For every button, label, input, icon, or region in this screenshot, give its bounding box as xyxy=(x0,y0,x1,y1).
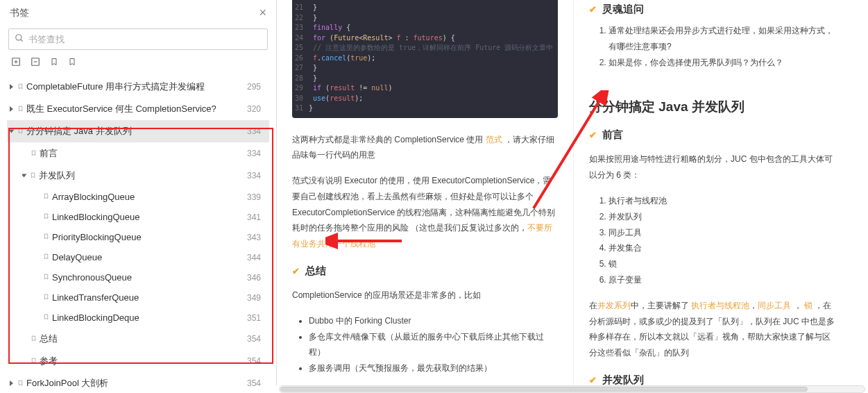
caret-icon[interactable] xyxy=(22,174,27,178)
caret-icon[interactable] xyxy=(10,84,13,90)
svg-point-0 xyxy=(16,35,22,40)
page-number: 354 xyxy=(247,356,266,366)
scrollbar-thumb[interactable] xyxy=(280,387,808,392)
page-number: 320 xyxy=(247,104,266,114)
bookmark-glyph-icon xyxy=(31,149,37,158)
paragraph: 这两种方式都是非常经典的 CompletionService 使用 范式 ，请大… xyxy=(292,132,558,164)
bookmark-item[interactable]: LinkedBlockingDeque351 xyxy=(7,308,269,328)
bookmark-glyph-icon xyxy=(17,83,24,92)
list-item: 锁 xyxy=(609,256,837,272)
bookmark-glyph-icon xyxy=(31,335,37,344)
sidebar-toolbar xyxy=(7,56,269,76)
bookmarks-sidebar: 书签 × CompletableFuture 用串行方式搞定并发编程295既生 … xyxy=(0,0,277,385)
caret-icon[interactable] xyxy=(10,106,13,112)
page-number: 354 xyxy=(247,334,266,344)
horizontal-scrollbar[interactable] xyxy=(279,385,865,393)
search-icon xyxy=(15,33,24,45)
bookmark-label: 既生 ExecutorService 何生 CompletionService? xyxy=(26,103,216,115)
close-icon[interactable]: × xyxy=(259,6,266,20)
list-item: 同步工具 xyxy=(609,225,837,241)
caret-icon[interactable] xyxy=(10,130,15,133)
collapse-all-icon[interactable] xyxy=(31,57,40,69)
bookmark-icon[interactable] xyxy=(50,57,58,69)
caret-icon[interactable] xyxy=(10,381,13,386)
bookmark-glyph-icon xyxy=(30,172,36,181)
bullet-list: Dubbo 中的 Forking Cluster多仓库文件/镜像下载（从最近的服… xyxy=(292,313,558,376)
bookmark-label: ArrayBlockingQueue xyxy=(52,192,135,202)
bookmark-item[interactable]: 既生 ExecutorService 何生 CompletionService?… xyxy=(7,98,269,120)
section-heading: ✔灵魂追问 xyxy=(589,3,837,16)
search-box[interactable] xyxy=(8,28,268,50)
bookmark-item[interactable]: 总结354 xyxy=(7,328,269,350)
expand-all-icon[interactable] xyxy=(11,57,21,69)
bookmark-glyph-icon xyxy=(43,293,49,302)
bookmark-label: LinkedTransferQueue xyxy=(52,292,139,303)
section-heading: ✔前言 xyxy=(589,128,837,142)
bookmark-label: PriorityBlockingQueue xyxy=(52,232,142,242)
svg-line-1 xyxy=(21,40,23,42)
bookmark-item[interactable]: 前言334 xyxy=(7,142,269,165)
code-block: 21 }22 }23 finally {24 for (Future<Resul… xyxy=(292,0,558,118)
bookmark-label: SynchronousQueue xyxy=(52,272,132,283)
bookmark-glyph-icon xyxy=(43,253,49,262)
paragraph: 如果按照用途与特性进行粗略的划分，JUC 包中包含的工具大体可以分为 6 类： xyxy=(589,151,837,183)
bookmark-label: 并发队列 xyxy=(39,169,75,182)
bookmark-item[interactable]: DelayQueue344 xyxy=(7,247,269,267)
bookmark-glyph-icon xyxy=(17,127,24,136)
paragraph: 范式没有说明 Executor 的使用，使用 ExecutorCompletio… xyxy=(292,173,558,252)
numbered-list: 执行者与线程池并发队列同步工具并发集合锁原子变量 xyxy=(589,193,837,288)
article-title: 分分钟搞定 Java 并发队列 xyxy=(589,98,837,116)
page-number: 334 xyxy=(247,171,266,181)
check-icon: ✔ xyxy=(292,266,300,276)
bookmark-item[interactable]: PriorityBlockingQueue343 xyxy=(7,227,269,247)
page-number: 343 xyxy=(247,233,266,242)
bookmark-item[interactable]: 并发队列334 xyxy=(7,165,269,187)
section-heading: ✔总结 xyxy=(292,265,558,278)
bookmark-label: 分分钟搞定 Java 并发队列 xyxy=(26,125,132,137)
page-left: 21 }22 }23 finally {24 for (Future<Resul… xyxy=(277,0,574,385)
page-number: 354 xyxy=(247,378,266,388)
list-item: 多服务调用（天气预报服务，最先获取到的结果） xyxy=(309,360,558,376)
bookmark-item[interactable]: 分分钟搞定 Java 并发队列334 xyxy=(7,120,269,142)
bookmark-glyph-icon xyxy=(43,273,49,282)
page-right: ✔灵魂追问 通常处理结果还会用异步方式进行处理，如果采用这种方式，有哪些注意事项… xyxy=(574,0,853,385)
bookmark-glyph-icon xyxy=(43,192,49,201)
bookmark-label: CompletableFuture 用串行方式搞定并发编程 xyxy=(26,81,205,93)
bookmark-outline-icon[interactable] xyxy=(68,57,76,69)
page-number: 334 xyxy=(247,149,266,158)
page-number: 341 xyxy=(247,212,266,222)
page-number: 346 xyxy=(247,273,266,283)
paragraph: CompletionService 的应用场景还是非常多的，比如 xyxy=(292,287,558,303)
page-number: 344 xyxy=(247,253,266,262)
bookmark-glyph-icon xyxy=(43,212,49,221)
list-item: 多仓库文件/镜像下载（从最近的服务中心下载后终止其他下载过程） xyxy=(309,329,558,361)
page-number: 339 xyxy=(247,192,266,202)
check-icon: ✔ xyxy=(589,375,597,385)
bookmark-item[interactable]: LinkedTransferQueue349 xyxy=(7,287,269,308)
page-number: 349 xyxy=(247,293,266,303)
bookmark-label: LinkedBlockingDeque xyxy=(52,312,139,323)
page-number: 295 xyxy=(247,82,266,92)
numbered-list: 通常处理结果还会用异步方式进行处理，如果采用这种方式，有哪些注意事项?如果是你，… xyxy=(589,23,837,70)
list-item: Dubbo 中的 Forking Cluster xyxy=(309,313,558,329)
bookmark-label: LinkedBlockingQueue xyxy=(52,212,139,222)
list-item: 执行者与线程池 xyxy=(609,193,837,209)
bookmark-item[interactable]: SynchronousQueue346 xyxy=(7,267,269,287)
bookmark-item[interactable]: LinkedBlockingQueue341 xyxy=(7,207,269,227)
bookmark-item[interactable]: 参考354 xyxy=(7,350,269,372)
bookmark-item[interactable]: ArrayBlockingQueue339 xyxy=(7,187,269,207)
list-item: 如果是你，你会选择使用无界队列吗？为什么？ xyxy=(609,55,837,71)
sidebar-title: 书签 xyxy=(10,7,29,19)
search-input[interactable] xyxy=(28,34,262,44)
bookmark-glyph-icon xyxy=(17,105,24,114)
bookmark-label: 参考 xyxy=(40,355,58,367)
bookmark-tree: CompletableFuture 用串行方式搞定并发编程295既生 Execu… xyxy=(7,76,269,393)
list-item: 原子变量 xyxy=(609,272,837,288)
check-icon: ✔ xyxy=(589,4,597,15)
page-number: 334 xyxy=(247,126,266,136)
paragraph: 在并发系列中，主要讲解了 执行者与线程池，同步工具 ， 锁 ，在分析源码时，或多… xyxy=(589,298,837,361)
bookmark-item[interactable]: ForkJoinPool 大剖析354 xyxy=(7,372,269,393)
page-number: 351 xyxy=(247,313,266,323)
bookmark-item[interactable]: CompletableFuture 用串行方式搞定并发编程295 xyxy=(7,76,269,98)
list-item: 并发集合 xyxy=(609,240,837,256)
